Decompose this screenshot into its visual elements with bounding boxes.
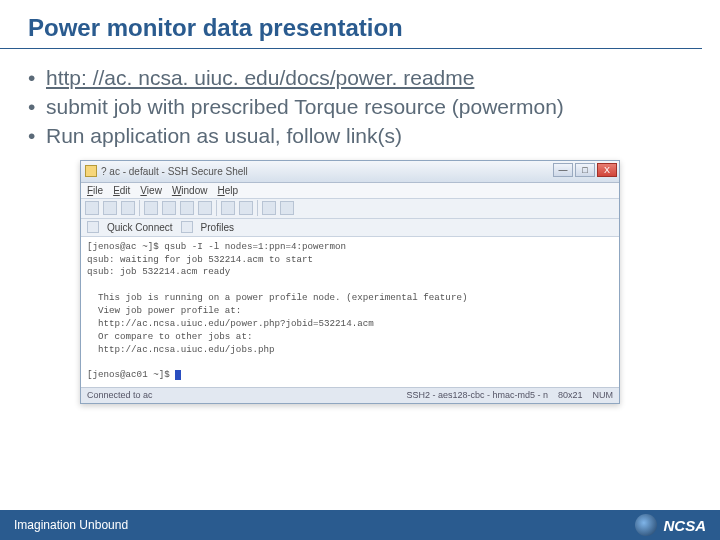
footer-tagline: Imagination Unbound <box>14 518 128 532</box>
menubar: FFileile Edit View Window Help <box>81 183 619 199</box>
toolbar-icon[interactable] <box>144 201 158 215</box>
menu-edit[interactable]: Edit <box>113 185 130 196</box>
toolbar-icon[interactable] <box>221 201 235 215</box>
toolbar-icon[interactable] <box>121 201 135 215</box>
status-ssh: SSH2 - aes128-cbc - hmac-md5 - n <box>406 390 548 400</box>
maximize-button[interactable]: □ <box>575 163 595 177</box>
app-icon <box>85 165 97 177</box>
slide-title: Power monitor data presentation <box>0 0 702 49</box>
profiles-label[interactable]: Profiles <box>201 222 234 233</box>
minimize-button[interactable]: — <box>553 163 573 177</box>
ncsa-swirl-icon <box>635 514 657 536</box>
status-left: Connected to ac <box>87 390 153 400</box>
toolbar-icon[interactable] <box>262 201 276 215</box>
toolbar-icon[interactable] <box>198 201 212 215</box>
toolbar <box>81 199 619 219</box>
profiles-icon[interactable] <box>181 221 193 233</box>
footer-bar: Imagination Unbound NCSA <box>0 510 720 540</box>
statusbar: Connected to ac SSH2 - aes128-cbc - hmac… <box>81 387 619 403</box>
quick-connect-icon[interactable] <box>87 221 99 233</box>
menu-help[interactable]: Help <box>217 185 238 196</box>
ncsa-logo-text: NCSA <box>663 517 706 534</box>
toolbar-separator <box>257 200 258 216</box>
ssh-window: ? ac - default - SSH Secure Shell — □ X … <box>80 160 620 404</box>
terminal-text: [jenos@ac ~]$ qsub -I -l nodes=1:ppn=4:p… <box>87 241 467 381</box>
toolbar-icon[interactable] <box>162 201 176 215</box>
toolbar-icon[interactable] <box>103 201 117 215</box>
toolbar-separator <box>139 200 140 216</box>
menu-window[interactable]: Window <box>172 185 208 196</box>
quick-connect-label[interactable]: Quick Connect <box>107 222 173 233</box>
window-titlebar: ? ac - default - SSH Secure Shell — □ X <box>81 161 619 183</box>
toolbar-icon[interactable] <box>280 201 294 215</box>
toolbar-icon[interactable] <box>239 201 253 215</box>
bullet-link-item: http: //ac. ncsa. uiuc. edu/docs/power. … <box>46 65 690 92</box>
bullet-item: submit job with prescribed Torque resour… <box>46 94 690 121</box>
status-size: 80x21 <box>558 390 583 400</box>
menu-view[interactable]: View <box>140 185 162 196</box>
bullet-item: Run application as usual, follow link(s) <box>46 123 690 150</box>
quickbar: Quick Connect Profiles <box>81 219 619 237</box>
window-title-text: ? ac - default - SSH Secure Shell <box>101 166 248 177</box>
toolbar-separator <box>216 200 217 216</box>
readme-link[interactable]: http: //ac. ncsa. uiuc. edu/docs/power. … <box>46 66 474 89</box>
status-num: NUM <box>593 390 614 400</box>
toolbar-icon[interactable] <box>180 201 194 215</box>
terminal-body[interactable]: [jenos@ac ~]$ qsub -I -l nodes=1:ppn=4:p… <box>81 237 619 387</box>
cursor-icon <box>175 370 181 380</box>
close-button[interactable]: X <box>597 163 617 177</box>
ncsa-logo: NCSA <box>635 514 706 536</box>
toolbar-icon[interactable] <box>85 201 99 215</box>
menu-file[interactable]: FFileile <box>87 185 103 196</box>
bullet-list: http: //ac. ncsa. uiuc. edu/docs/power. … <box>0 49 720 150</box>
